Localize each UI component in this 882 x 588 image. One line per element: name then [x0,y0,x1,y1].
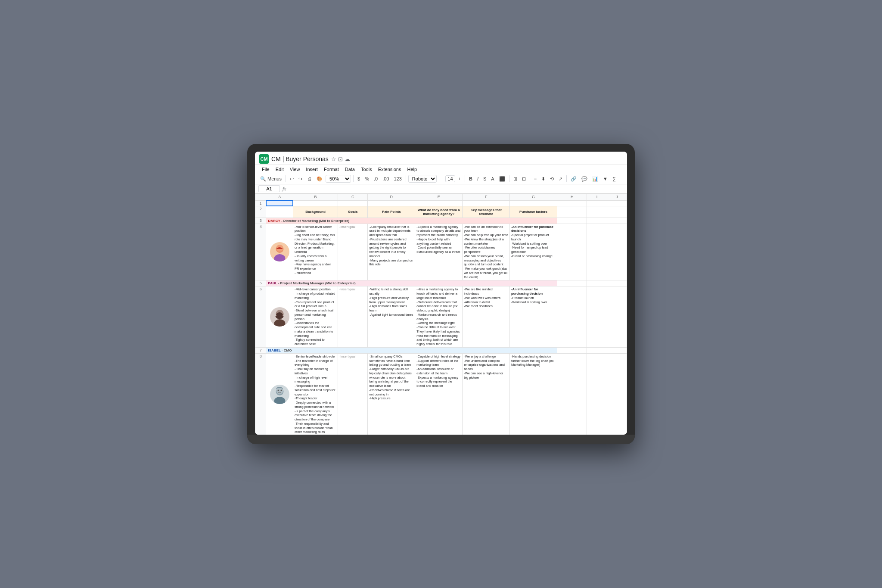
filter-button[interactable]: ▼ [601,175,609,182]
search-button[interactable]: 🔍 Menus [258,175,283,183]
paul-needs[interactable]: -Hires a marketing agency to knock off t… [415,286,463,348]
cell-J5[interactable] [607,280,627,286]
col-A-header[interactable]: A [266,194,293,201]
menu-tools[interactable]: Tools [358,166,375,173]
col-C-header[interactable]: C [338,194,368,201]
undo-button[interactable]: ↩ [288,175,295,183]
decimal-inc-button[interactable]: .00 [381,175,391,182]
cell-A2[interactable] [266,206,293,218]
cell-I5[interactable] [587,280,607,286]
cell-H4[interactable] [557,224,587,280]
menu-edit[interactable]: Edit [273,166,286,173]
isabel-needs[interactable]: -Capable of high-level strategy-Support … [415,353,463,435]
darcy-background[interactable]: -Mid to senior-level career position-Org… [293,224,338,280]
cell-H2[interactable] [557,206,587,218]
currency-button[interactable]: $ [356,175,362,182]
menu-data[interactable]: Data [342,166,357,173]
zoom-select[interactable]: 50% 75% 100% [326,175,351,183]
col-E-header[interactable]: E [415,194,463,201]
cell-H7[interactable] [557,347,587,353]
darcy-key-messages[interactable]: -We can be an extension to your team-We … [463,224,510,280]
cell-J7[interactable] [607,347,627,353]
cell-H8[interactable] [557,353,587,435]
spreadsheet-container[interactable]: A B C D E F G H I J 1 [255,193,627,435]
menu-insert[interactable]: Insert [303,166,320,173]
cell-H5[interactable] [557,280,587,286]
isabel-key-messages[interactable]: -We enjoy a challenge-We understand comp… [463,353,510,435]
cell-J1[interactable] [607,200,627,206]
rotate-button[interactable]: ↗ [557,175,564,183]
col-J-header[interactable]: J [607,194,627,201]
cell-E1[interactable] [415,200,463,206]
borders-button[interactable]: ⊞ [512,175,519,183]
isabel-purchase-factors[interactable]: -Hands purchasing decision further down … [510,353,557,435]
paint-format-button[interactable]: 🎨 [315,175,324,183]
menu-file[interactable]: File [259,166,272,173]
cell-H3[interactable] [557,218,587,224]
valign-button[interactable]: ⬍ [540,175,547,183]
bold-button[interactable]: B [467,175,474,182]
cell-G1[interactable] [510,200,557,206]
cell-A1[interactable] [266,200,293,206]
col-D-header[interactable]: D [368,194,415,201]
cell-B1[interactable] [293,200,338,206]
menu-format[interactable]: Format [321,166,342,173]
col-G-header[interactable]: G [510,194,557,201]
cell-I1[interactable] [587,200,607,206]
menu-help[interactable]: Help [404,166,419,173]
menu-extensions[interactable]: Extensions [376,166,404,173]
format-123-button[interactable]: 123 [392,175,403,182]
italic-button[interactable]: I [475,175,480,182]
paul-purchase-factors[interactable]: -An influencer for purchasing decision-P… [510,286,557,348]
col-H-header[interactable]: H [557,194,587,201]
cell-I7[interactable] [587,347,607,353]
cell-J2[interactable] [607,206,627,218]
isabel-background[interactable]: -Senior-level/leadership role-The market… [293,353,338,435]
darcy-goals[interactable]: -Insert goal [338,224,368,280]
wrap-button[interactable]: ⟲ [548,175,556,183]
cell-J6[interactable] [607,286,627,348]
cell-I8[interactable] [587,353,607,435]
move-icon[interactable]: ⊡ [338,156,343,162]
col-B-header[interactable]: B [293,194,338,201]
cell-I2[interactable] [587,206,607,218]
cell-H6[interactable] [557,286,587,348]
darcy-purchase-factors[interactable]: -An influencer for purchase decisions-Sp… [510,224,557,280]
font-size-increase[interactable]: + [457,175,463,182]
paul-pain-points[interactable]: -Writing is not a strong skill usually-H… [368,286,415,348]
paul-key-messages[interactable]: -We are like minded individuals-We work … [463,286,510,348]
cell-F1[interactable] [463,200,510,206]
paul-background[interactable]: -Mid-level career position-In charge of … [293,286,338,348]
darcy-needs[interactable]: -Expects a marketing agency to absorb co… [415,224,463,280]
star-icon[interactable]: ☆ [331,156,336,162]
darcy-pain-points[interactable]: -A company resource that is used in mult… [368,224,415,280]
cell-reference[interactable]: A1 [258,185,280,192]
cell-J8[interactable] [607,353,627,435]
cell-J3[interactable] [607,218,627,224]
print-button[interactable]: 🖨 [305,175,314,182]
align-button[interactable]: ≡ [532,175,538,182]
text-color-button[interactable]: A [489,175,496,182]
cell-J4[interactable] [607,224,627,280]
col-I-header[interactable]: I [587,194,607,201]
comment-button[interactable]: 💬 [580,175,589,183]
paul-goals[interactable]: -Insert goal [338,286,368,348]
strikethrough-button[interactable]: S [481,175,488,182]
percent-button[interactable]: % [363,175,371,182]
fill-color-button[interactable]: ⬛ [497,175,507,183]
cell-C1[interactable] [338,200,368,206]
function-button[interactable]: ∑ [611,175,618,182]
cell-H1[interactable] [557,200,587,206]
isabel-goals[interactable]: -Insert goal [338,353,368,435]
col-F-header[interactable]: F [463,194,510,201]
cell-D1[interactable] [368,200,415,206]
cell-I3[interactable] [587,218,607,224]
chart-button[interactable]: 📊 [590,175,600,183]
cell-I6[interactable] [587,286,607,348]
isabel-pain-points[interactable]: -Small company CMOs sometimes have a har… [368,353,415,435]
cell-I4[interactable] [587,224,607,280]
menu-view[interactable]: View [287,166,303,173]
decimal-dec-button[interactable]: .0 [372,175,379,182]
link-button[interactable]: 🔗 [569,175,578,183]
merge-button[interactable]: ⊟ [520,175,528,183]
